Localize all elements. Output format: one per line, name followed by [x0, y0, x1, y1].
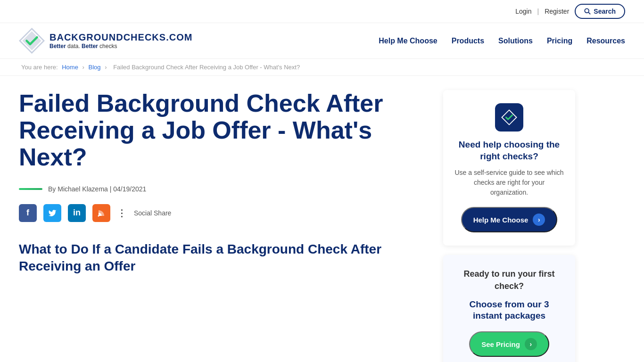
register-link[interactable]: Register: [545, 8, 569, 15]
login-link[interactable]: Login: [515, 8, 531, 15]
breadcrumb-prefix: You are here:: [21, 64, 58, 71]
linkedin-icon[interactable]: in: [68, 204, 86, 222]
card1-title: Need help choosing the right checks?: [454, 139, 564, 162]
see-pricing-label: See Pricing: [481, 340, 520, 348]
tagline-better1: Better: [50, 43, 66, 49]
breadcrumb-current: Failed Background Check After Receiving …: [113, 64, 300, 71]
twitter-bird-icon: [48, 209, 57, 217]
help-me-choose-button[interactable]: Help Me Choose ›: [461, 207, 558, 232]
logo-background: BACKGROUND: [50, 32, 124, 42]
logo-tagline: Better data. Better checks: [50, 43, 192, 49]
main-nav: Help Me Choose Products Solutions Pricin…: [379, 37, 625, 45]
breadcrumb-sep2: ›: [105, 64, 107, 71]
nav-resources[interactable]: Resources: [586, 37, 625, 45]
breadcrumb: You are here: Home › Blog › Failed Backg…: [0, 59, 644, 76]
logo-checks: CHECKS: [124, 32, 166, 42]
social-bar: f in ⋮ Social Share: [19, 204, 429, 222]
logo-area: BACKGROUNDCHECKS.COM Better data. Better…: [19, 28, 192, 54]
help-me-choose-label: Help Me Choose: [473, 216, 528, 224]
sidebar-card-1: Need help choosing the right checks? Use…: [443, 90, 575, 246]
arrow-icon: ›: [533, 214, 545, 226]
social-share-label[interactable]: Social Share: [134, 209, 171, 217]
article-subtitle: What to Do If a Candidate Fails a Backgr…: [19, 241, 429, 275]
svg-marker-3: [22, 31, 41, 50]
svg-point-4: [98, 215, 99, 216]
logo-icon: [19, 28, 45, 54]
tagline-data: data.: [67, 43, 80, 49]
twitter-icon[interactable]: [43, 204, 61, 222]
breadcrumb-sep1: ›: [83, 64, 84, 71]
breadcrumb-blog[interactable]: Blog: [89, 64, 101, 71]
separator: |: [537, 8, 539, 15]
svg-line-1: [588, 12, 590, 14]
rss-icon[interactable]: [92, 204, 110, 222]
logo-text-area: BACKGROUNDCHECKS.COM Better data. Better…: [50, 32, 192, 49]
card2-ready-title: Ready to run your first check?: [454, 268, 564, 292]
card1-desc: Use a self-service guide to see which ch…: [454, 168, 564, 197]
main-content: Failed Background Check After Receiving …: [0, 76, 644, 362]
nav-pricing[interactable]: Pricing: [547, 37, 572, 45]
logo-com: .COM: [166, 32, 192, 42]
card2-packages: Choose from our 3 instant packages: [454, 299, 564, 322]
sidebar-card-2: Ready to run your first check? Choose fr…: [443, 255, 575, 362]
nav-help-me-choose[interactable]: Help Me Choose: [379, 37, 437, 45]
header: BACKGROUNDCHECKS.COM Better data. Better…: [0, 23, 644, 59]
article-area: Failed Background Check After Receiving …: [19, 90, 429, 362]
author-bar: [19, 188, 42, 190]
search-label: Search: [594, 8, 616, 15]
see-pricing-button[interactable]: See Pricing ›: [469, 331, 549, 357]
nav-solutions[interactable]: Solutions: [498, 37, 533, 45]
svg-point-0: [585, 8, 589, 13]
tagline-better2: Better: [82, 43, 98, 49]
author-text: By Michael Klazema | 04/19/2021: [48, 185, 146, 193]
author-line: By Michael Klazema | 04/19/2021: [19, 185, 429, 193]
nav-products[interactable]: Products: [452, 37, 484, 45]
more-dots[interactable]: ⋮: [117, 207, 127, 219]
top-bar: Login | Register Search: [0, 0, 644, 23]
pricing-arrow-icon: ›: [525, 338, 537, 350]
breadcrumb-home[interactable]: Home: [62, 64, 78, 71]
article-title: Failed Background Check After Receiving …: [19, 90, 429, 171]
logo-text: BACKGROUNDCHECKS.COM: [50, 32, 192, 43]
diamond-check-icon: [501, 109, 518, 126]
facebook-icon[interactable]: f: [19, 204, 37, 222]
search-icon: [584, 8, 591, 15]
sidebar: Need help choosing the right checks? Use…: [443, 90, 575, 362]
search-button[interactable]: Search: [575, 4, 625, 19]
rss-feed-icon: [97, 209, 106, 217]
tagline-checks: checks: [99, 43, 117, 49]
card-icon-wrap: [495, 103, 523, 132]
